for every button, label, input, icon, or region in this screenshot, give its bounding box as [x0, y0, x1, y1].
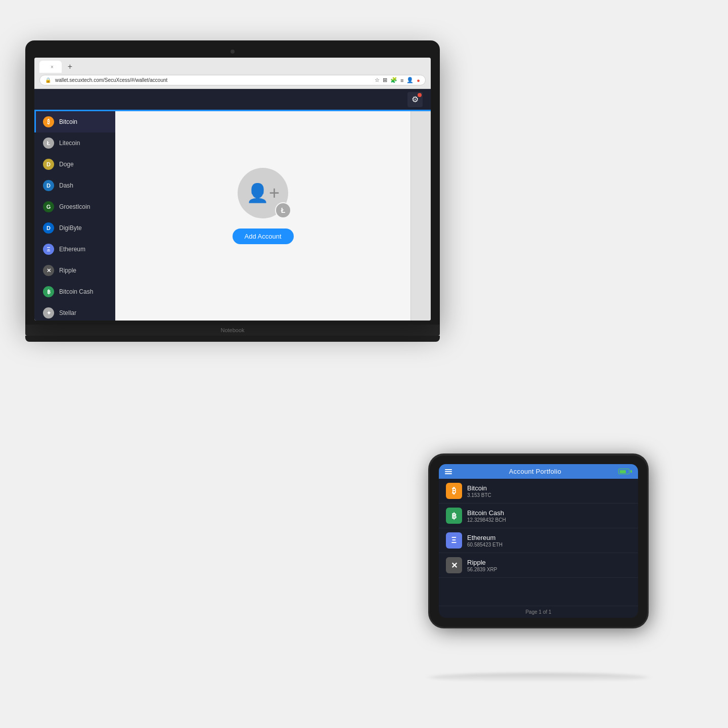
hw-coin-name: Bitcoin Cash [467, 509, 631, 517]
browser-tab-active[interactable]: × [39, 61, 62, 73]
hw-coin-amount: 3.153 BTC [467, 492, 631, 498]
hw-portfolio-title: Account Portfolio [509, 468, 561, 475]
lock-icon: 🔒 [45, 77, 51, 83]
hw-coin-name: Bitcoin [467, 484, 631, 492]
puzzle-icon[interactable]: 🧩 [390, 77, 397, 83]
hw-coin-name: Ethereum [467, 534, 631, 541]
hw-coin-info: Bitcoin Cash12.3298432 BCH [467, 509, 631, 523]
hw-coin-icon-bitcoin-cash: ฿ [446, 508, 462, 524]
hw-header: Account Portfolio [439, 464, 638, 479]
sidebar-item-bitcoin[interactable]: ₿Bitcoin [34, 111, 115, 132]
sidebar-item-digibyte[interactable]: DDigiByte [34, 217, 115, 239]
sidebar-item-litecoin[interactable]: ŁLitecoin [34, 132, 115, 154]
menu-icon[interactable]: ≡ [400, 77, 403, 83]
add-person-icon: 👤+ [246, 183, 280, 204]
laptop-camera [231, 50, 235, 54]
sidebar-item-doge[interactable]: DDoge [34, 154, 115, 175]
hw-coin-info: Ripple56.2839 XRP [467, 559, 631, 572]
sidebar-item-groesticoin[interactable]: GGroestIcoin [34, 196, 115, 217]
hw-coin-name: Ripple [467, 559, 631, 566]
hw-reflection [430, 673, 647, 682]
hw-coin-icon-ethereum: Ξ [446, 532, 462, 549]
extensions-icon[interactable]: ⊞ [383, 77, 387, 83]
sidebar-item-dash[interactable]: DDash [34, 175, 115, 196]
avatar-container: 👤+ Ł [238, 168, 288, 218]
browser-chrome: × + 🔒 wallet.secuxtech.com/SecuXcess/#/w… [34, 58, 431, 89]
address-bar[interactable]: 🔒 wallet.secuxtech.com/SecuXcess/#/walle… [39, 75, 426, 85]
hw-coin-list: ₿Bitcoin3.153 BTC฿Bitcoin Cash12.3298432… [439, 479, 638, 606]
gear-notification-badge [418, 93, 422, 97]
add-account-area: 👤+ Ł Add Account [233, 168, 294, 244]
browser-tabs: × + [39, 61, 76, 73]
coin-icon-bitcoin-cash: ฿ [43, 286, 54, 297]
coin-icon-digibyte: D [43, 222, 54, 234]
hw-screen-area: Account Portfolio ₿Bitcoin3.153 BTC฿Bitc… [439, 464, 638, 618]
close-browser-icon[interactable]: ● [417, 77, 420, 83]
sidebar-item-label: GroestIcoin [59, 203, 90, 210]
right-panel [411, 111, 431, 321]
hw-page-indicator: Page 1 of 1 [439, 606, 638, 618]
sidebar-item-label: Litecoin [59, 140, 80, 147]
hw-body: Account Portfolio ₿Bitcoin3.153 BTC฿Bitc… [430, 455, 647, 627]
tab-close-btn[interactable]: × [51, 64, 54, 70]
hw-coin-icon-ripple: ✕ [446, 557, 462, 573]
laptop: × + 🔒 wallet.secuxtech.com/SecuXcess/#/w… [25, 40, 440, 342]
coin-icon-dash: D [43, 180, 54, 191]
sidebar-item-label: Dash [59, 182, 73, 189]
browser-toolbar-right: ☆ ⊞ 🧩 ≡ 👤 ● [375, 77, 420, 83]
sidebar-item-label: Ripple [59, 267, 76, 274]
star-icon[interactable]: ☆ [375, 77, 380, 83]
coin-icon-bitcoin: ₿ [43, 116, 54, 127]
hw-coin-amount: 12.3298432 BCH [467, 517, 631, 523]
sidebar-item-label: Bitcoin [59, 118, 77, 125]
hamburger-menu-icon[interactable] [445, 469, 452, 474]
hw-list-item[interactable]: ₿Bitcoin3.153 BTC [439, 479, 638, 504]
sidebar-item-label: Ethereum [59, 246, 85, 253]
settings-button[interactable]: ⚙ [407, 92, 423, 107]
sidebar: ₿BitcoinŁLitecoinDDogeDDashGGroestIcoinD… [34, 111, 115, 321]
main-content: 👤+ Ł Add Account [115, 111, 411, 321]
hw-coin-amount: 60.585423 ETH [467, 542, 631, 548]
hw-coin-amount: 56.2839 XRP [467, 567, 631, 572]
laptop-screen: × + 🔒 wallet.secuxtech.com/SecuXcess/#/w… [34, 58, 431, 321]
profile-icon[interactable]: 👤 [406, 77, 414, 83]
coin-icon-groesticoin: G [43, 201, 54, 212]
hw-coin-info: Bitcoin3.153 BTC [467, 484, 631, 498]
sidebar-item-ripple[interactable]: ✕Ripple [34, 260, 115, 281]
hw-screen: Account Portfolio ₿Bitcoin3.153 BTC฿Bitc… [439, 464, 638, 618]
add-account-button[interactable]: Add Account [233, 229, 294, 244]
coin-icon-doge: D [43, 159, 54, 170]
coin-icon-litecoin: Ł [43, 138, 54, 149]
sidebar-item-label: DigiByte [59, 224, 82, 232]
sidebar-item-label: Stellar [59, 309, 76, 316]
hw-coin-icon-bitcoin: ₿ [446, 483, 462, 499]
coin-icon-stellar: ✦ [43, 307, 54, 318]
hw-list-item[interactable]: ΞEthereum60.585423 ETH [439, 528, 638, 553]
battery-icon [618, 469, 632, 474]
coin-icon-ethereum: Ξ [43, 244, 54, 255]
app-layout: ₿BitcoinŁLitecoinDDogeDDashGGroestIcoinD… [34, 111, 431, 321]
hw-list-item[interactable]: ✕Ripple56.2839 XRP [439, 553, 638, 578]
sidebar-item-bitcoin-cash[interactable]: ฿Bitcoin Cash [34, 281, 115, 302]
app-header: ⚙ [34, 89, 431, 111]
laptop-base: Notebook [25, 325, 440, 336]
browser-nav-row: × + [39, 61, 426, 75]
laptop-label: Notebook [220, 327, 244, 333]
new-tab-button[interactable]: + [64, 61, 76, 73]
sidebar-item-ethereum[interactable]: ΞEthereum [34, 239, 115, 260]
hw-list-item[interactable]: ฿Bitcoin Cash12.3298432 BCH [439, 504, 638, 528]
coin-icon-ripple: ✕ [43, 265, 54, 276]
url-text: wallet.secuxtech.com/SecuXcess/#/wallet/… [55, 77, 167, 83]
sidebar-item-label: Doge [59, 161, 74, 168]
sidebar-item-label: Bitcoin Cash [59, 288, 93, 295]
litecoin-badge: Ł [275, 202, 291, 218]
hw-coin-info: Ethereum60.585423 ETH [467, 534, 631, 548]
laptop-bezel: × + 🔒 wallet.secuxtech.com/SecuXcess/#/w… [25, 40, 440, 325]
sidebar-item-stellar[interactable]: ✦Stellar [34, 302, 115, 321]
laptop-stand [25, 336, 440, 342]
hw-device: Account Portfolio ₿Bitcoin3.153 BTC฿Bitc… [430, 455, 647, 627]
